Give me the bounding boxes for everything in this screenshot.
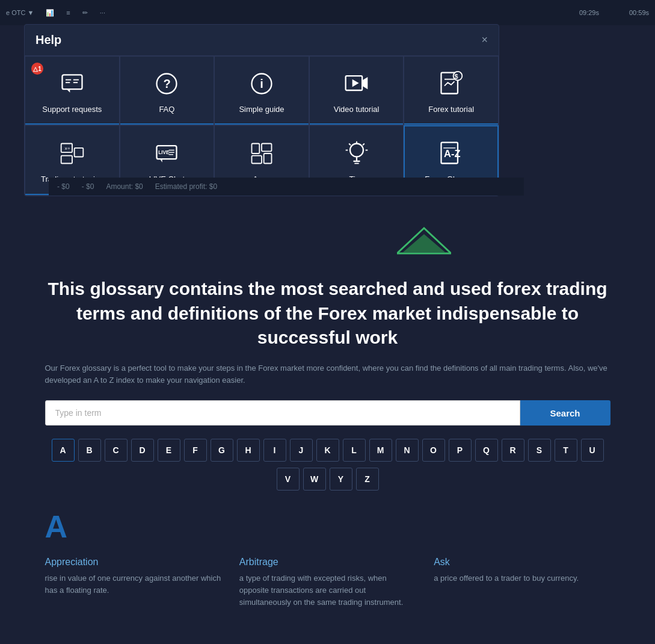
question-icon: ? xyxy=(153,69,180,99)
platform-icon3: ✏ xyxy=(82,9,88,17)
term-appreciation: Appreciation rise in value of one curren… xyxy=(45,557,221,608)
search-row: Search xyxy=(45,400,610,426)
term-arbitrage-name: Arbitrage xyxy=(239,557,416,568)
logo-area xyxy=(397,226,451,258)
svg-text:$: $ xyxy=(455,73,458,80)
chat-icon xyxy=(59,69,85,99)
svg-text:LIVE: LIVE xyxy=(159,150,170,155)
search-input[interactable] xyxy=(45,400,520,426)
svg-point-31 xyxy=(350,143,363,156)
help-item-video-tutorial-label: Video tutorial xyxy=(334,105,380,115)
strategy-icon: ×÷ xyxy=(59,138,85,169)
help-item-support-requests[interactable]: △1 Support requests xyxy=(25,56,120,125)
tips-icon xyxy=(343,138,370,169)
active-border xyxy=(215,123,309,125)
bottom-val1: - $0 xyxy=(57,182,70,191)
term-ask-name: Ask xyxy=(434,557,610,568)
svg-rect-28 xyxy=(262,143,272,151)
search-button[interactable]: Search xyxy=(520,400,610,426)
alpha-btn-e[interactable]: E xyxy=(158,439,180,462)
alpha-btn-s[interactable]: S xyxy=(528,439,551,462)
alpha-btn-t[interactable]: T xyxy=(555,439,577,462)
platform-time1: 09:29s xyxy=(579,9,599,16)
alphabet-row2: V W Y Z xyxy=(45,468,610,491)
alpha-btn-p[interactable]: P xyxy=(449,439,472,462)
help-item-faq-label: FAQ xyxy=(159,105,174,115)
svg-text:?: ? xyxy=(164,77,171,90)
active-border xyxy=(25,123,119,125)
svg-marker-12 xyxy=(352,79,358,87)
platform-icon2: ≡ xyxy=(66,9,70,16)
help-item-video-tutorial[interactable]: Video tutorial xyxy=(309,56,404,125)
help-panel: Help × △1 Support requests xyxy=(24,24,499,196)
svg-rect-27 xyxy=(251,143,259,153)
apps-icon xyxy=(248,138,275,169)
help-title: Help xyxy=(35,33,61,47)
help-item-forex-tutorial[interactable]: $ Forex tutorial xyxy=(404,56,499,125)
close-button[interactable]: × xyxy=(481,34,488,46)
glossary-letter-heading: A xyxy=(45,509,610,545)
info-icon: i xyxy=(248,69,275,99)
help-item-forex-tutorial-label: Forex tutorial xyxy=(428,105,474,115)
alpha-btn-a[interactable]: A xyxy=(52,439,75,462)
svg-line-38 xyxy=(363,143,364,145)
glossary-subtext: Our Forex glossary is a perfect tool to … xyxy=(45,362,610,388)
alpha-btn-q[interactable]: Q xyxy=(475,439,498,462)
alpha-btn-r[interactable]: R xyxy=(502,439,524,462)
svg-text:×÷: ×÷ xyxy=(64,146,70,151)
help-item-faq[interactable]: ? FAQ xyxy=(120,56,215,125)
alpha-btn-u[interactable]: U xyxy=(581,439,604,462)
term-appreciation-name: Appreciation xyxy=(45,557,221,568)
glossary-section: This glossary contains the most searched… xyxy=(0,259,655,644)
term-ask-def: a price offered to a trader to buy curre… xyxy=(434,572,610,584)
bottom-bar: - $0 - $0 Amount: $0 Estimated profit: $… xyxy=(49,178,524,196)
active-border xyxy=(404,123,498,125)
platform-icon1: 📊 xyxy=(46,9,54,17)
platform-topbar: e OTC ▼ 📊 ≡ ✏ ··· 09:29s 00:59s xyxy=(0,0,655,25)
help-item-simple-guide-label: Simple guide xyxy=(239,105,284,115)
term-arbitrage-def: a type of trading with excepted risks, w… xyxy=(239,572,416,608)
active-border xyxy=(120,123,214,125)
alpha-btn-b[interactable]: B xyxy=(78,439,101,462)
svg-rect-19 xyxy=(74,148,83,157)
help-item-simple-guide[interactable]: i Simple guide xyxy=(214,56,309,125)
svg-rect-29 xyxy=(251,156,262,164)
alpha-btn-j[interactable]: J xyxy=(290,439,313,462)
bottom-val3: Amount: $0 xyxy=(106,182,143,191)
alpha-btn-m[interactable]: M xyxy=(369,439,392,462)
term-appreciation-def: rise in value of one currency against an… xyxy=(45,572,221,596)
notification-badge: △1 xyxy=(31,63,43,75)
alpha-btn-d[interactable]: D xyxy=(131,439,154,462)
alpha-btn-z[interactable]: Z xyxy=(356,468,379,491)
alpha-btn-v[interactable]: V xyxy=(277,468,300,491)
alpha-btn-y[interactable]: Y xyxy=(330,468,352,491)
svg-rect-18 xyxy=(61,156,72,164)
alpha-btn-h[interactable]: H xyxy=(237,439,260,462)
alpha-btn-l[interactable]: L xyxy=(343,439,366,462)
bottom-val2: - $0 xyxy=(82,182,94,191)
glossary-icon: A-Z xyxy=(438,138,464,169)
alpha-btn-o[interactable]: O xyxy=(422,439,445,462)
alpha-btn-f[interactable]: F xyxy=(184,439,207,462)
svg-text:A-Z: A-Z xyxy=(444,147,461,158)
svg-rect-0 xyxy=(62,75,82,89)
glossary-terms: Appreciation rise in value of one curren… xyxy=(45,557,610,608)
svg-text:i: i xyxy=(260,77,263,90)
alpha-btn-i[interactable]: I xyxy=(263,439,286,462)
platform-time2: 00:59s xyxy=(629,9,649,16)
bottom-val4: Estimated profit: $0 xyxy=(155,182,217,191)
alpha-btn-k[interactable]: K xyxy=(316,439,339,462)
help-header: Help × xyxy=(25,25,499,56)
help-item-support-requests-label: Support requests xyxy=(42,105,102,115)
help-grid: △1 Support requests ? xyxy=(25,56,499,196)
alphabet-row1: A B C D E F G H I J K L M N O P Q R S T … xyxy=(45,439,610,462)
alpha-btn-c[interactable]: C xyxy=(105,439,128,462)
platform-icon4: ··· xyxy=(100,9,105,16)
svg-marker-44 xyxy=(403,234,445,252)
svg-rect-30 xyxy=(264,153,272,164)
alpha-btn-g[interactable]: G xyxy=(211,439,233,462)
alpha-btn-n[interactable]: N xyxy=(396,439,419,462)
glossary-headline: This glossary contains the most searched… xyxy=(45,277,610,350)
term-arbitrage: Arbitrage a type of trading with excepte… xyxy=(239,557,416,608)
alpha-btn-w[interactable]: W xyxy=(303,468,326,491)
